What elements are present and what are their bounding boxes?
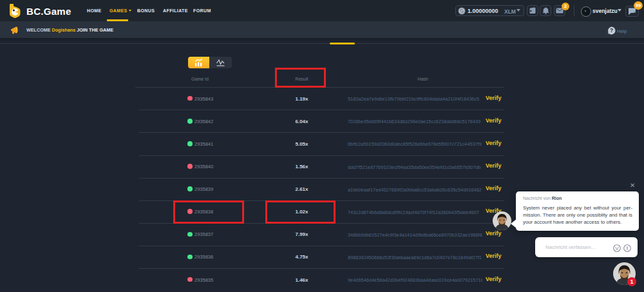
svg-text:?: ? bbox=[610, 27, 613, 34]
